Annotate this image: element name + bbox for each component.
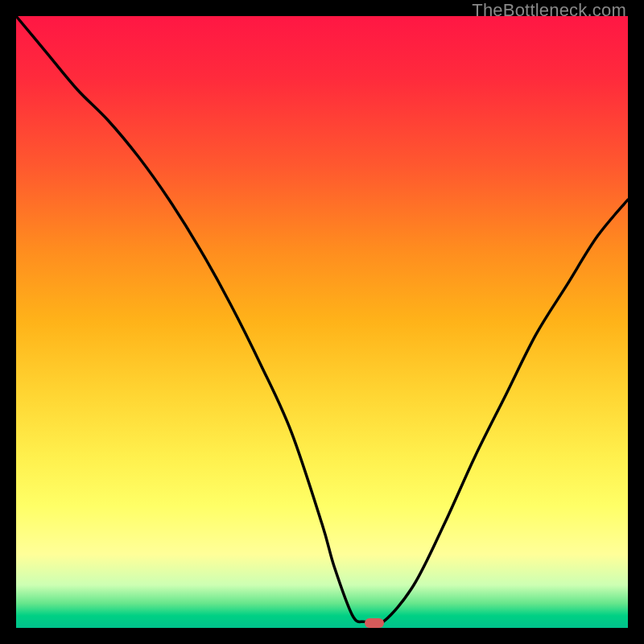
curve-svg xyxy=(16,16,628,628)
optimal-marker xyxy=(365,618,384,628)
bottleneck-curve xyxy=(16,16,628,625)
plot-area xyxy=(16,16,628,628)
chart-frame: TheBottleneck.com xyxy=(0,0,644,644)
